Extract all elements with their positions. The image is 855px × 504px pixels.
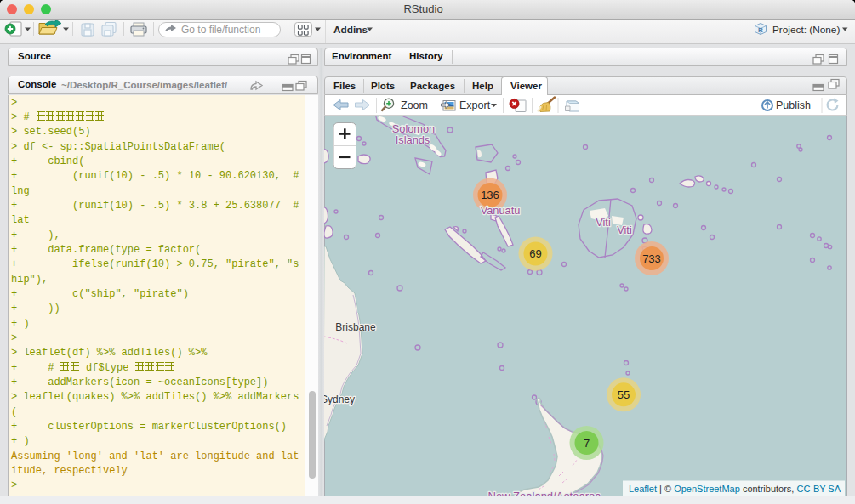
svg-text:69: 69 — [529, 247, 541, 260]
svg-text:Islands: Islands — [396, 133, 430, 146]
svg-text:Brisbane: Brisbane — [335, 321, 376, 333]
svg-text:Sydney: Sydney — [324, 394, 355, 405]
svg-text:New Zealand/Aotearoa: New Zealand/Aotearoa — [488, 490, 602, 496]
svg-text:Viti: Viti — [617, 224, 632, 236]
svg-text:55: 55 — [618, 388, 630, 401]
svg-text:733: 733 — [642, 252, 661, 265]
svg-text:Vanuatu: Vanuatu — [481, 204, 521, 217]
svg-text:Leaflet | © OpenStreetMap cont: Leaflet | © OpenStreetMap contributors, … — [629, 484, 841, 494]
svg-text:7: 7 — [584, 437, 590, 450]
svg-text:Viti: Viti — [596, 216, 611, 229]
svg-text:136: 136 — [481, 189, 499, 201]
